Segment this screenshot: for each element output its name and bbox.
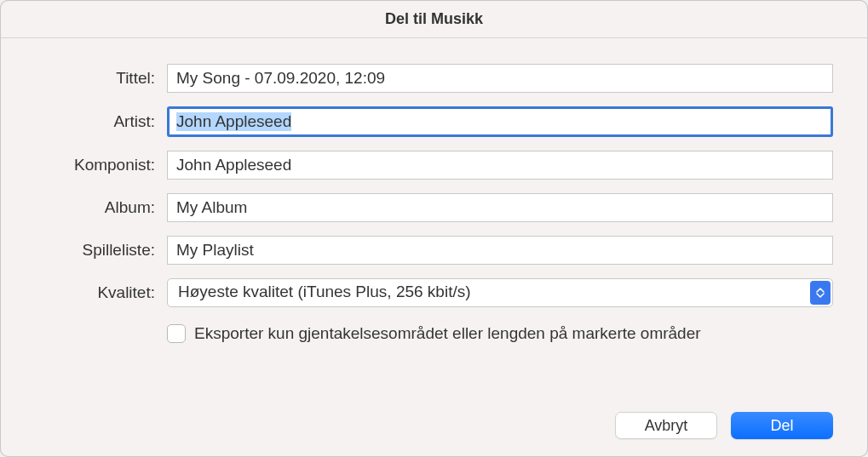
album-row: Album:	[35, 193, 833, 222]
artist-input[interactable]: John Appleseed	[167, 106, 833, 137]
playlist-label: Spilleliste:	[35, 241, 167, 260]
playlist-input[interactable]	[167, 236, 833, 265]
quality-label: Kvalitet:	[35, 283, 167, 302]
title-input[interactable]	[167, 64, 833, 93]
quality-row: Kvalitet: Høyeste kvalitet (iTunes Plus,…	[35, 278, 833, 307]
composer-row: Komponist:	[35, 151, 833, 180]
title-row: Tittel:	[35, 64, 833, 93]
share-button[interactable]: Del	[731, 412, 833, 439]
composer-label: Komponist:	[35, 156, 167, 174]
title-label: Tittel:	[35, 69, 167, 88]
album-input[interactable]	[167, 193, 833, 222]
composer-input[interactable]	[167, 151, 833, 180]
export-checkbox-label: Eksporter kun gjentakelsesområdet eller …	[194, 324, 701, 343]
playlist-row: Spilleliste:	[35, 236, 833, 265]
export-checkbox-row: Eksporter kun gjentakelsesområdet eller …	[167, 324, 833, 343]
dialog-title: Del til Musikk	[385, 10, 483, 28]
cancel-button[interactable]: Avbryt	[615, 412, 717, 439]
artist-label: Artist:	[35, 112, 167, 131]
artist-row: Artist: John Appleseed	[35, 106, 833, 137]
dialog-titlebar: Del til Musikk	[1, 1, 867, 38]
artist-input-value: John Appleseed	[176, 112, 291, 131]
album-label: Album:	[35, 198, 167, 217]
dialog-content: Tittel: Artist: John Appleseed Komponist…	[1, 38, 867, 456]
dialog-button-row: Avbryt Del	[35, 386, 833, 439]
share-to-music-dialog: Del til Musikk Tittel: Artist: John Appl…	[0, 0, 868, 457]
export-range-checkbox[interactable]	[167, 324, 186, 343]
quality-select[interactable]: Høyeste kvalitet (iTunes Plus, 256 kbit/…	[167, 278, 833, 307]
quality-select-value: Høyeste kvalitet (iTunes Plus, 256 kbit/…	[178, 283, 471, 300]
